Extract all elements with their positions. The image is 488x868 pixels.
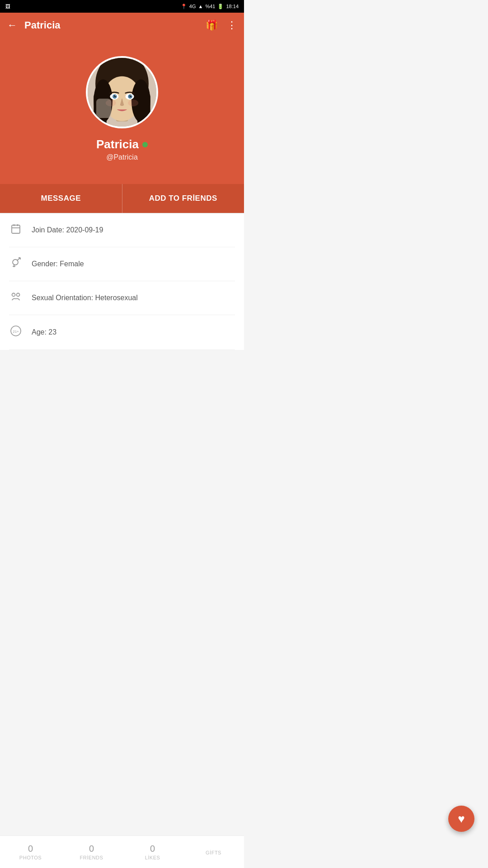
back-button[interactable]: ← <box>7 19 17 31</box>
add-to-friends-button[interactable]: ADD TO FRİENDS <box>122 184 244 213</box>
orientation-row: Sexual Orientation: Heterosexual <box>9 281 235 315</box>
join-date-row: Join Date: 2020-09-19 <box>9 213 235 247</box>
profile-info: Join Date: 2020-09-19 Gender: Female Sex… <box>0 213 244 350</box>
svg-rect-8 <box>137 92 150 127</box>
profile-name: Patricia <box>96 137 139 151</box>
battery-icon: 🔋 <box>217 4 224 9</box>
more-icon: ⋮ <box>227 19 237 31</box>
gender-row: Gender: Female <box>9 247 235 281</box>
age-text: Age: 23 <box>32 328 56 336</box>
online-status-dot <box>142 142 148 147</box>
gender-icon <box>9 257 23 271</box>
orientation-icon <box>9 291 23 305</box>
profile-name-row: Patricia <box>96 137 148 151</box>
top-bar: ← Patricia 🎁 ⋮ <box>0 13 244 38</box>
action-buttons: MESSAGE ADD TO FRİENDS <box>0 184 244 213</box>
age-row: 21+ Age: 23 <box>9 315 235 350</box>
join-date-text: Join Date: 2020-09-19 <box>32 226 103 234</box>
page-title: Patricia <box>24 19 206 31</box>
svg-point-16 <box>131 95 131 96</box>
svg-point-30 <box>12 293 15 297</box>
location-icon: 📍 <box>181 4 187 9</box>
svg-point-24 <box>13 259 18 265</box>
profile-header: Patricia @Patricia <box>0 38 244 184</box>
more-button[interactable]: ⋮ <box>227 19 237 31</box>
battery-level: %41 <box>205 4 215 9</box>
gift-button[interactable]: 🎁 <box>206 19 218 31</box>
profile-username: @Patricia <box>106 153 138 161</box>
signal-icon: ▲ <box>198 4 203 9</box>
age-icon: 21+ <box>9 325 23 340</box>
gender-text: Gender: Female <box>32 260 84 268</box>
svg-point-31 <box>17 293 20 297</box>
svg-rect-19 <box>96 99 111 118</box>
top-bar-actions: 🎁 ⋮ <box>206 19 237 31</box>
svg-point-15 <box>115 95 116 96</box>
svg-point-18 <box>128 99 138 106</box>
status-bar-left: 🖼 <box>5 4 10 9</box>
calendar-icon <box>9 223 23 237</box>
avatar[interactable] <box>86 56 158 128</box>
gift-icon: 🎁 <box>206 19 218 31</box>
status-bar-right: 📍 4G ▲ %41 🔋 18:14 <box>181 4 239 9</box>
network-type: 4G <box>189 4 196 9</box>
status-bar: 🖼 📍 4G ▲ %41 🔋 18:14 <box>0 0 244 13</box>
back-icon: ← <box>7 19 17 31</box>
orientation-text: Sexual Orientation: Heterosexual <box>32 294 138 302</box>
image-icon: 🖼 <box>5 4 10 9</box>
svg-rect-20 <box>12 225 20 233</box>
message-button[interactable]: MESSAGE <box>0 184 122 213</box>
svg-text:21+: 21+ <box>13 330 19 334</box>
clock: 18:14 <box>226 4 239 9</box>
